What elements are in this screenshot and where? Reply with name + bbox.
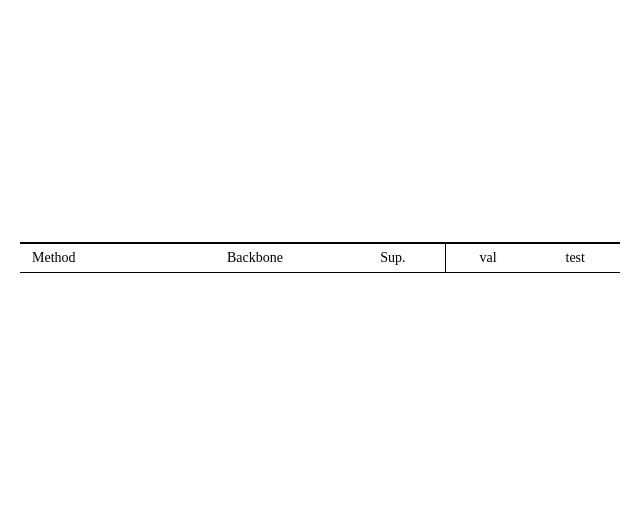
header-test: test	[530, 243, 620, 273]
header-method: Method	[20, 243, 169, 273]
header-val: val	[445, 243, 530, 273]
table-container: Method Backbone Sup. val test	[20, 242, 620, 273]
header-row: Method Backbone Sup. val test	[20, 243, 620, 273]
header-backbone: Backbone	[169, 243, 341, 273]
header-sup: Sup.	[341, 243, 445, 273]
results-table: Method Backbone Sup. val test	[20, 242, 620, 273]
